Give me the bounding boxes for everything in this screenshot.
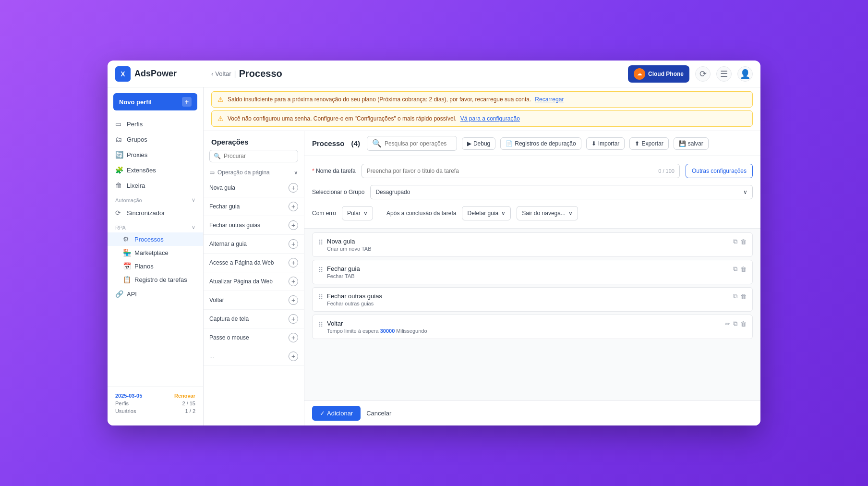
alert-banner-1: ⚠ Saldo insuficiente para a próxima reno… <box>211 91 753 108</box>
delete-button[interactable]: 🗑 <box>740 238 747 245</box>
sidebar-item-proxies[interactable]: 🔄 Proxies <box>108 147 203 162</box>
avatar-icon: 👤 <box>740 69 750 79</box>
error-select[interactable]: Pular ∨ <box>342 206 373 220</box>
after-value-2: Sair do navega... <box>522 210 566 217</box>
log-button[interactable]: 📄 Registros de depuração <box>500 137 581 150</box>
drag-handle-icon[interactable]: ⠿ <box>318 321 323 328</box>
error-value: Pular <box>347 210 361 217</box>
delete-button[interactable]: 🗑 <box>740 266 747 273</box>
add-button[interactable]: ✓ Adicionar <box>312 406 361 421</box>
toolbar-search-input[interactable] <box>385 140 452 147</box>
task-name-input[interactable] <box>367 168 659 174</box>
after-select-1[interactable]: Deletar guia ∨ <box>462 206 511 220</box>
export-button[interactable]: ⬆ Exportar <box>629 137 668 150</box>
after-select-2[interactable]: Sair do navega... ∨ <box>517 206 578 220</box>
category-chevron: ∨ <box>294 169 298 176</box>
sidebar-item-label: Grupos <box>127 136 147 143</box>
alert-icon-2: ⚠ <box>217 115 224 122</box>
rpa-section: RPA ∨ <box>108 220 203 232</box>
group-chevron: ∨ <box>743 189 747 195</box>
ops-item-nova-guia[interactable]: Nova guia + <box>204 179 304 197</box>
operations-search[interactable]: 🔍 <box>209 150 298 162</box>
sidebar-item-registro[interactable]: 📋 Registro de tarefas <box>108 273 203 286</box>
avatar-button[interactable]: 👤 <box>737 66 753 82</box>
ops-item-fechar-guia[interactable]: Fechar guia + <box>204 197 304 216</box>
copy-button[interactable]: ⧉ <box>733 265 737 273</box>
footer-renew-button[interactable]: Renovar <box>174 393 195 399</box>
footer-perfis-label: Perfis <box>115 401 129 406</box>
ops-item-fechar-outras[interactable]: Fechar outras guias + <box>204 216 304 235</box>
alert-link-1[interactable]: Recarregar <box>535 96 564 103</box>
sidebar-item-perfis[interactable]: ▭ Perfis <box>108 116 203 132</box>
error-label: Com erro <box>312 210 336 217</box>
main-layout: Novo perfil + ▭ Perfis 🗂 Grupos 🔄 Proxie… <box>108 87 760 425</box>
ops-item-acesse[interactable]: Acesse a Página da Web + <box>204 254 304 272</box>
drag-handle-icon[interactable]: ⠿ <box>318 293 323 301</box>
ops-item-add-button[interactable]: + <box>289 202 298 211</box>
sidebar-item-grupos[interactable]: 🗂 Grupos <box>108 132 203 147</box>
sidebar-footer: 2025-03-05 Renovar Perfis 2 / 15 Usuário… <box>108 387 203 420</box>
task-name-input-wrapper[interactable]: 0 / 100 <box>362 164 680 178</box>
drag-handle-icon[interactable]: ⠿ <box>318 266 323 274</box>
ops-item-add-button[interactable]: + <box>289 314 298 324</box>
error-row: Com erro Pular ∨ Após a conclusão da tar… <box>312 206 753 220</box>
ops-category-page[interactable]: ▭ Operação da página ∨ <box>204 166 304 179</box>
sidebar-item-extensoes[interactable]: 🧩 Extensões <box>108 162 203 178</box>
back-button[interactable]: ‹ Voltar <box>211 70 231 77</box>
ops-item-label: Captura de tela <box>209 316 249 322</box>
copy-button[interactable]: ⧉ <box>733 238 737 245</box>
search-input[interactable] <box>224 153 296 159</box>
ops-item-add-button[interactable]: + <box>289 277 298 286</box>
debug-button[interactable]: ▶ Debug <box>462 137 495 150</box>
ops-item-add-button[interactable]: + <box>289 183 298 193</box>
footer-perfis-value: 2 / 15 <box>182 401 195 406</box>
ops-item-add-button[interactable]: + <box>289 333 298 342</box>
ops-item-captura[interactable]: Captura de tela + <box>204 310 304 328</box>
ops-item-passe[interactable]: Passe o mouse + <box>204 328 304 347</box>
edit-button[interactable]: ✏ <box>725 320 730 328</box>
alerts-area: ⚠ Saldo insuficiente para a próxima reno… <box>204 87 760 131</box>
group-select[interactable]: Desagrupado ∨ <box>370 185 753 199</box>
sidebar-item-api[interactable]: 🔗 API <box>108 286 203 302</box>
header-right: ☁ Cloud Phone ⟳ ☰ 👤 <box>628 65 753 83</box>
copy-button[interactable]: ⧉ <box>733 320 737 328</box>
rpa-chevron: ∨ <box>192 224 195 231</box>
process-toolbar: Processo (4) 🔍 ▶ Debug 📄 Registros d <box>304 131 760 156</box>
cancel-button[interactable]: Cancelar <box>366 410 391 417</box>
other-settings-button[interactable]: Outras configurações <box>686 164 753 178</box>
ops-item-add-button[interactable]: + <box>289 352 298 361</box>
list-button[interactable]: ☰ <box>716 66 732 82</box>
add-label: Adicionar <box>327 410 353 417</box>
refresh-button[interactable]: ⟳ <box>695 66 711 82</box>
sidebar-item-processos[interactable]: ⚙ Processos <box>108 232 203 246</box>
sidebar-item-marketplace[interactable]: 🏪 Marketplace <box>108 246 203 259</box>
ops-item-atualizar[interactable]: Atualizar Página da Web + <box>204 272 304 291</box>
sidebar-item-sincronizador[interactable]: ⟳ Sincronizador <box>108 205 203 220</box>
ops-item-label: Alternar a guia <box>209 241 247 247</box>
add-check-icon: ✓ <box>320 410 325 417</box>
copy-button[interactable]: ⧉ <box>733 292 737 300</box>
new-profile-button[interactable]: Novo perfil + <box>113 93 197 110</box>
delete-button[interactable]: 🗑 <box>740 320 747 328</box>
app-header: X AdsPower ‹ Voltar | Processo ☁ Cloud P… <box>108 61 760 87</box>
ops-item-add-button[interactable]: + <box>289 258 298 267</box>
drag-handle-icon[interactable]: ⠿ <box>318 239 323 246</box>
step-title: Fechar outras guias <box>327 292 729 300</box>
save-button[interactable]: 💾 salvar <box>674 137 709 150</box>
ops-item-alternar[interactable]: Alternar a guia + <box>204 235 304 254</box>
import-button[interactable]: ⬇ Importar <box>586 137 625 150</box>
ops-item-voltar[interactable]: Voltar + <box>204 291 304 310</box>
alert-link-2[interactable]: Vá para a configuração <box>460 115 520 122</box>
sidebar-item-planos[interactable]: 📅 Planos <box>108 259 203 273</box>
ops-item-add-button[interactable]: + <box>289 239 298 249</box>
step-fechar-guia: ⠿ Fechar guia Fechar TAB ⧉ 🗑 <box>312 260 753 284</box>
ops-item-add-button[interactable]: + <box>289 220 298 230</box>
ops-item-label: Fechar outras guias <box>209 222 260 229</box>
ops-item-more[interactable]: ... + <box>204 347 304 366</box>
toolbar-search[interactable]: 🔍 <box>367 136 457 151</box>
delete-button[interactable]: 🗑 <box>740 293 747 300</box>
ops-item-add-button[interactable]: + <box>289 295 298 305</box>
lixeira-icon: 🗑 <box>115 182 123 189</box>
sidebar-item-lixeira[interactable]: 🗑 Lixeira <box>108 178 203 193</box>
cloud-phone-button[interactable]: ☁ Cloud Phone <box>628 65 689 83</box>
